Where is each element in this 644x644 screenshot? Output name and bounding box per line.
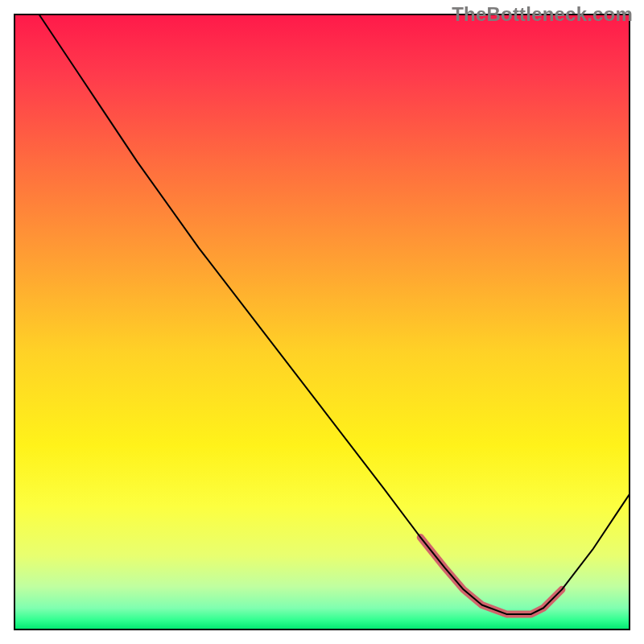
chart-canvas — [0, 0, 644, 644]
bottleneck-chart: TheBottleneck.com — [0, 0, 644, 644]
watermark-label: TheBottleneck.com — [452, 3, 633, 26]
gradient-background — [14, 14, 630, 630]
